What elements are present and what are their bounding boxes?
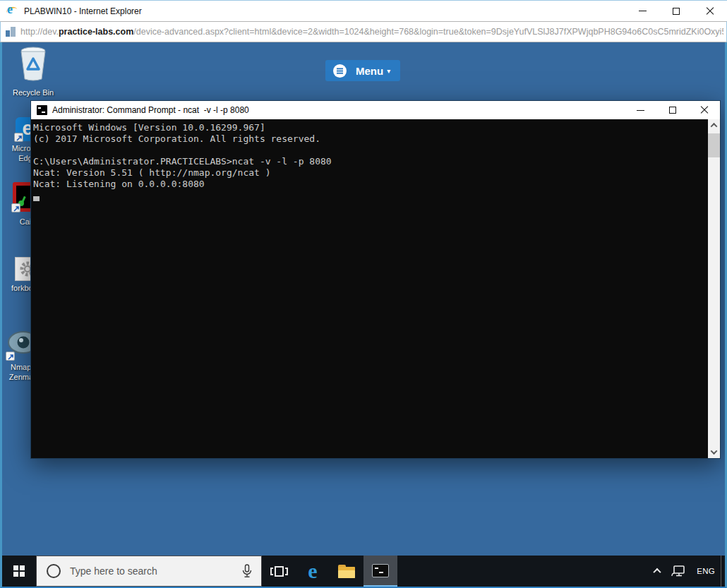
scrollbar-thumb[interactable]: [708, 133, 720, 157]
minimize-icon: [637, 110, 644, 111]
taskbar-edge-button[interactable]: e: [296, 556, 330, 587]
terminal-line: Microsoft Windows [Version 10.0.16299.96…: [33, 122, 708, 133]
close-icon: [706, 7, 714, 16]
url-path: /device-advanced.aspx?client=html&device…: [133, 27, 723, 37]
cmd-close-button[interactable]: [688, 101, 720, 119]
minimize-icon: [639, 11, 647, 11]
cmd-window-title: Administrator: Command Prompt - ncat -v …: [52, 105, 249, 115]
terminal-output[interactable]: Microsoft Windows [Version 10.0.16299.96…: [31, 119, 708, 458]
taskbar: Type here to search e: [2, 556, 725, 587]
cmd-minimize-button[interactable]: [625, 101, 656, 119]
taskbar-search-input[interactable]: Type here to search: [36, 556, 262, 587]
chevron-up-icon: [654, 568, 661, 576]
command-prompt-icon: [37, 105, 47, 115]
url-scheme: http://dev.: [20, 27, 59, 37]
task-view-button[interactable]: [262, 556, 296, 587]
url-domain: practice-labs.com: [59, 27, 133, 37]
menu-button[interactable]: Menu ▾: [325, 60, 400, 81]
remote-desktop: Recycle Bin e Microsoft Edge Cain: [0, 42, 727, 588]
terminal-line: [33, 145, 708, 156]
browser-titlebar: e PLABWIN10 - Internet Explorer: [0, 0, 727, 21]
edge-icon: e: [308, 559, 317, 583]
cortana-circle-icon: [47, 564, 61, 578]
task-view-icon: [270, 566, 288, 577]
chevron-up-icon: [711, 123, 718, 130]
network-icon: [671, 565, 685, 577]
address-bar[interactable]: http://dev.practice-labs.com/device-adva…: [0, 21, 727, 42]
url-text[interactable]: http://dev.practice-labs.com/device-adva…: [20, 27, 723, 37]
scroll-down-button[interactable]: [708, 446, 720, 458]
system-tray: ENG: [649, 556, 725, 587]
terminal-cursor: [33, 196, 40, 201]
chevron-down-icon: [711, 448, 718, 455]
cmd-maximize-button[interactable]: [656, 101, 688, 119]
terminal-line: (c) 2017 Microsoft Corporation. All righ…: [33, 133, 708, 145]
close-button[interactable]: [693, 1, 727, 21]
browser-window-controls: [625, 1, 727, 21]
scroll-up-button[interactable]: [708, 119, 720, 131]
command-prompt-window: Administrator: Command Prompt - ncat -v …: [30, 100, 721, 459]
desktop-icon-label: Recycle Bin: [11, 88, 56, 97]
start-button[interactable]: [2, 556, 36, 587]
site-favicon: [5, 26, 16, 37]
taskbar-command-prompt-button-active[interactable]: [364, 556, 397, 587]
browser-title: PLABWIN10 - Internet Explorer: [24, 6, 142, 16]
shortcut-arrow-icon: [6, 352, 15, 361]
show-desktop-button[interactable]: [721, 556, 725, 587]
shortcut-arrow-icon: [11, 203, 20, 212]
minimize-button[interactable]: [625, 1, 659, 21]
shortcut-arrow-icon: [14, 133, 23, 142]
desktop-icon-recycle-bin[interactable]: Recycle Bin: [11, 44, 56, 97]
show-hidden-icons-button[interactable]: [649, 556, 666, 587]
menu-label: Menu: [356, 65, 383, 77]
recycle-bin-icon: [17, 44, 49, 85]
windows-logo-icon: [13, 565, 25, 577]
language-indicator[interactable]: ENG: [691, 556, 721, 587]
chevron-down-icon: ▾: [387, 67, 390, 75]
taskbar-file-explorer-button[interactable]: [330, 556, 364, 587]
search-placeholder: Type here to search: [70, 565, 157, 577]
maximize-icon: [669, 107, 676, 114]
maximize-button[interactable]: [659, 1, 693, 21]
file-explorer-icon: [338, 565, 355, 578]
terminal-line: Ncat: Listening on 0.0.0.0:8080: [33, 179, 708, 190]
terminal-line: Ncat: Version 5.51 ( http://nmap.org/nca…: [33, 167, 708, 179]
close-icon: [700, 106, 709, 114]
network-status-button[interactable]: [666, 556, 691, 587]
cmd-titlebar[interactable]: Administrator: Command Prompt - ncat -v …: [31, 101, 720, 119]
language-label: ENG: [697, 567, 715, 575]
terminal-scrollbar[interactable]: [708, 119, 720, 458]
maximize-icon: [673, 8, 680, 15]
hamburger-circle-icon: [333, 64, 347, 78]
cmd-window-controls: [625, 101, 720, 119]
command-prompt-icon: [372, 564, 389, 577]
microphone-icon[interactable]: [242, 564, 252, 578]
ie-window: e PLABWIN10 - Internet Explorer http://d…: [0, 0, 727, 588]
terminal-line: C:\Users\Administrator.PRACTICELABS>ncat…: [33, 156, 708, 167]
internet-explorer-icon: e: [6, 5, 19, 18]
